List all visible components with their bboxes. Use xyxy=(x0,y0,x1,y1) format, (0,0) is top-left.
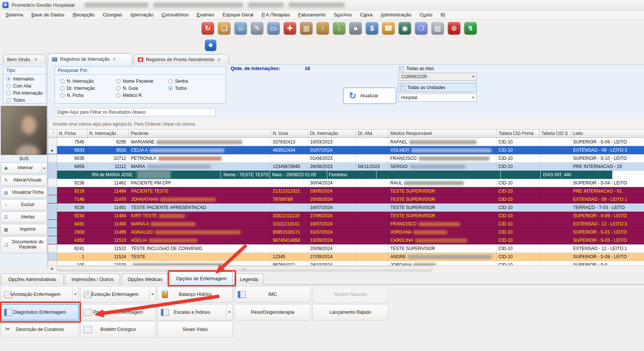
radio-n-interna-o[interactable]: N. Internação xyxy=(60,79,113,84)
grid-row-paciente[interactable]: 75459295MARIANNE33783241310/03/2023RAFAE… xyxy=(48,138,644,146)
tab-bem-vindo[interactable]: Bem Vindo.× xyxy=(3,54,46,64)
filter-input[interactable] xyxy=(54,108,216,116)
menu-custo[interactable]: Custo xyxy=(416,11,437,18)
bottom-tab-op-es-adminstrativas[interactable]: Opções Adminstrativas xyxy=(1,273,64,285)
radio-pr-interna-o[interactable]: Pré-Internação xyxy=(6,91,46,96)
action-button-evolu-o-enfermagem[interactable]: Evolução Enfermagem xyxy=(80,286,156,303)
grid-row-paciente[interactable]: ▸56339553CELIA A46391243401/07/2024VOLME… xyxy=(48,146,644,154)
action-button-balan-o-h-drico[interactable]: Balanço Hídrico xyxy=(157,286,233,303)
column-header-paciente[interactable]: Paciente xyxy=(129,130,271,138)
sidebar-button-alertas[interactable]: ☰Alertas xyxy=(1,212,47,223)
grid-row-paciente[interactable]: 714611470JOHNATHAN7878978920/05/2024TEST… xyxy=(48,195,644,203)
tab-registros-de-interna-o[interactable]: Registros de Internação× xyxy=(48,53,132,64)
hospital-bed-icon[interactable]: ▭ xyxy=(267,22,280,35)
chevron-down-icon[interactable] xyxy=(226,304,232,320)
document-sign-icon[interactable]: ✎ xyxy=(251,22,263,35)
menu-estoque-geral[interactable]: Estoque Geral xyxy=(218,11,257,18)
patient-register-icon[interactable]: ☻ xyxy=(205,39,216,51)
radio-n-ficha[interactable]: N. Ficha xyxy=(60,93,113,98)
radio-internados[interactable]: Internados xyxy=(6,76,46,82)
grid-row-paciente[interactable]: 1001152098765432128/10/2024JORDANACID-10… xyxy=(48,261,644,265)
money-in-icon[interactable]: ↑ xyxy=(316,22,329,35)
grid-row-paciente[interactable]: 230811495AGNALDO8585151617131/07/2024JOR… xyxy=(48,228,644,236)
menu-bi[interactable]: BI xyxy=(437,11,449,18)
radio-senha[interactable]: Senha xyxy=(168,79,221,84)
chat-icon[interactable]: ❍ xyxy=(415,22,428,35)
action-button-peso-oxigenoterapia[interactable]: Peso/Oxigenoterapia xyxy=(234,304,311,320)
menu-sistema[interactable]: Sistema xyxy=(1,11,27,18)
radio-m-dico-r[interactable]: Médico R. xyxy=(116,93,165,98)
sidebar-button-documentos-do-paciente[interactable]: ❏Documentos do Paciente xyxy=(1,236,47,253)
logoff-icon[interactable]: ⊙ xyxy=(448,22,460,35)
patients-folder-icon[interactable]: ❏ xyxy=(218,22,231,35)
grid-row-paciente[interactable]: 922611481TESTE PACIENTE APRESENTACAO16/0… xyxy=(48,203,644,212)
sidebar-button-excluir[interactable]: −Excluir xyxy=(1,199,47,211)
grid-row-paciente[interactable]: 921611464PACIENTE TESTE2132131232103/05/… xyxy=(48,187,644,195)
action-button-prescri-o-enfermagem[interactable]: Prescrição Enfermagem xyxy=(80,304,156,320)
phone-book-icon[interactable]: ☎ xyxy=(382,22,395,35)
money-out-icon[interactable]: ↓ xyxy=(333,22,346,35)
unidade-dropdown[interactable]: Hospital xyxy=(398,94,477,102)
column-header-tabela-cid-s[interactable]: Tabela CID S xyxy=(540,130,571,138)
todas-unidades-checkbox[interactable]: Todas as Unidades xyxy=(398,83,477,92)
action-button-sinais-vitais[interactable]: Sinais Vitais xyxy=(157,321,233,338)
bottom-tab-op-es-de-enfermagem[interactable]: Opções de Enfermagem xyxy=(170,272,233,285)
grid-row-paciente[interactable]: 695911112MARIA1234567894526/08/202308/11… xyxy=(48,162,644,171)
action-button-imc[interactable]: IMC xyxy=(234,286,311,303)
radio-todos[interactable]: Todos xyxy=(168,86,221,91)
action-button-escalas-e-ndices[interactable]: Escalas e Índices xyxy=(157,304,233,320)
radio-nome-paciente[interactable]: Nome Paciente xyxy=(116,79,165,84)
grid-row-paciente[interactable]: 849111493MARIA A1011121314118/07/2024FRA… xyxy=(48,220,644,228)
monitor-health-icon[interactable]: ↯ xyxy=(464,22,477,35)
column-header-dt-alta[interactable]: Dt. Alta xyxy=(356,130,388,138)
sidebar-button-internar[interactable]: ◆Internar xyxy=(1,162,47,174)
menu-caixa[interactable]: Caixa xyxy=(356,11,376,18)
sidebar-button-alterar-visuali[interactable]: ✎Alterar/Visuali. xyxy=(1,175,47,186)
menu-sus-ans[interactable]: Sus/Ans xyxy=(330,11,356,18)
grid-row-paciente[interactable]: 111524TESTE1234527/09/2024ANDRECID-10SUP… xyxy=(48,253,644,261)
menu-administra-o[interactable]: Administração xyxy=(376,11,415,18)
doctor-icon[interactable]: ☺ xyxy=(234,22,247,35)
sidebar-button-imprimir[interactable]: ▦Imprimir xyxy=(1,224,47,235)
bottom-tab-legenda[interactable]: Legenda xyxy=(234,273,264,285)
group-by-bar[interactable]: Arraste uma coluna aqui para agrupa-la. … xyxy=(48,118,644,130)
grid-row-paciente[interactable]: 803510712PETRONILA01/04/2023FRANCISCOCID… xyxy=(48,154,644,162)
column-header-m-dico-respons-vel[interactable]: Médico Responsável xyxy=(388,130,497,138)
bottom-tab-impress-es-outros[interactable]: Impressões / Outros xyxy=(65,273,120,285)
column-header-n-interna-o[interactable]: N. Internação xyxy=(87,130,129,138)
menu-base-de-dados[interactable]: Base de Dados xyxy=(27,11,69,18)
column-header-n-guia[interactable]: N. Guia xyxy=(271,130,308,138)
column-header-dt-interna-o[interactable]: Dt. Internação xyxy=(308,130,356,138)
ala-dropdown[interactable]: CORREDOR xyxy=(398,73,477,81)
radio-com-alta[interactable]: Com Alta xyxy=(6,83,46,89)
menu-p-a-terapias[interactable]: P.A./Terapias xyxy=(257,11,294,18)
tab-close-icon[interactable]: × xyxy=(34,57,37,62)
menu-interna-o[interactable]: Internação xyxy=(126,11,157,18)
todas-alas-checkbox[interactable]: Todas as Alas xyxy=(399,66,434,71)
grid-row-paciente[interactable]: 435211513ADELIA9874541465813/09/2024CARO… xyxy=(48,236,644,244)
supplies-icon[interactable]: ▥ xyxy=(300,22,313,35)
grid-row-paciente[interactable]: 923811462PACIENTE PM CPF30/04/2024RAULCI… xyxy=(48,179,644,187)
action-button-descri-o-de-curativos[interactable]: Descrição de Curativos xyxy=(1,321,79,338)
horizontal-scrollbar[interactable]: ◀ xyxy=(48,265,644,272)
invoice-icon[interactable]: ▤ xyxy=(431,22,444,35)
action-button-boletim-cir-rgico[interactable]: Boletim Cirúrgico xyxy=(80,321,156,338)
grid-row-recem-nascido[interactable]: RN de MARIA JOSENome - TESTE TESTENasc -… xyxy=(48,171,644,179)
safe-icon[interactable]: ● xyxy=(349,22,362,35)
menu-cirurgias[interactable]: Cirurgias xyxy=(99,11,126,18)
tab-close-icon[interactable]: × xyxy=(218,57,220,62)
grid-row-paciente[interactable]: 924111522TESTE INCLUSAO DE CONVENIO20/09… xyxy=(48,244,644,253)
chevron-down-icon[interactable] xyxy=(41,163,47,173)
radio-n-guia[interactable]: N. Guia xyxy=(116,86,165,91)
chevron-down-icon[interactable] xyxy=(72,287,78,302)
menu-recep-o[interactable]: Recepção xyxy=(69,11,99,18)
sidebar-button-visualizar-ficha[interactable]: ▤Visualizar Ficha xyxy=(1,187,47,198)
action-button-diagn-stico-enfermagem[interactable]: Diagnóstico Enfermagem xyxy=(1,304,79,320)
scroll-left-icon[interactable]: ◀ xyxy=(49,266,54,271)
radio-dt-interna-o[interactable]: Dt. Internação xyxy=(60,86,113,91)
ambulance-icon[interactable]: ✚ xyxy=(284,22,296,35)
grid-row-paciente[interactable]: 923411484IURY TESTE3332221113327/06/2024… xyxy=(48,212,644,220)
menu-exames[interactable]: Exames xyxy=(193,11,218,18)
audit-book-icon[interactable]: ◉ xyxy=(398,22,411,35)
menu-faturamento[interactable]: Faturamento xyxy=(294,11,330,18)
